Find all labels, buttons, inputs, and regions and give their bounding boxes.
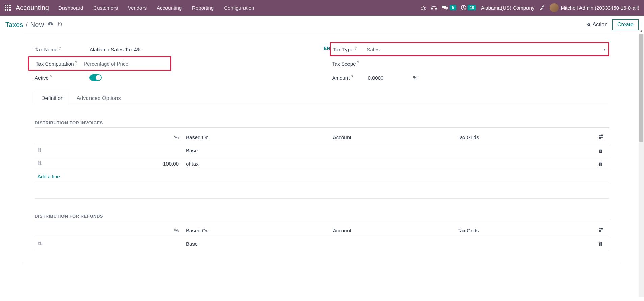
drag-handle-icon[interactable]: ⇅: [37, 147, 42, 153]
field-tax-scope: Tax Scope?: [332, 56, 610, 71]
delete-row-icon[interactable]: 🗑: [598, 161, 603, 167]
apps-grid-icon: [5, 5, 11, 11]
breadcrumb-current: New: [30, 21, 44, 29]
tax-computation-label: Tax Computation?: [36, 61, 84, 67]
cell-grids[interactable]: [455, 237, 596, 250]
tax-type-label: Tax Type?: [333, 47, 367, 52]
cell-account[interactable]: [330, 237, 455, 250]
gear-icon: [585, 22, 591, 27]
svg-line-13: [421, 9, 422, 9]
cell-pct[interactable]: [48, 144, 183, 157]
action-menu[interactable]: Action: [585, 22, 608, 28]
action-label: Action: [593, 22, 608, 28]
tabs: Definition Advanced Options: [35, 92, 609, 105]
svg-point-19: [601, 135, 603, 136]
messages-count: 5: [450, 5, 456, 10]
add-line-link[interactable]: Add a line: [35, 170, 609, 183]
clock-icon: [461, 5, 466, 10]
columns-options-icon[interactable]: [598, 228, 604, 233]
cell-based[interactable]: Base: [183, 144, 330, 157]
scrollbar-thumb[interactable]: [639, 34, 643, 142]
user-name: Mitchell Admin (20333450-16-0-all): [561, 5, 639, 11]
th-grids: Tax Grids: [455, 131, 596, 144]
table-row[interactable]: ⇅ Base 🗑: [35, 144, 609, 157]
support-icon[interactable]: [431, 5, 437, 10]
debug-icon[interactable]: [421, 5, 426, 10]
tab-advanced[interactable]: Advanced Options: [70, 92, 127, 105]
th-pct: %: [48, 224, 183, 237]
svg-point-23: [601, 228, 603, 229]
cell-account[interactable]: [330, 144, 455, 157]
columns-options-icon[interactable]: [598, 134, 604, 140]
discard-icon[interactable]: [57, 22, 63, 28]
tax-type-select[interactable]: [367, 47, 603, 52]
cell-grids[interactable]: [455, 157, 596, 170]
apps-launcher[interactable]: [0, 0, 16, 16]
svg-rect-8: [9, 9, 11, 11]
create-button[interactable]: Create: [612, 19, 639, 30]
avatar: [550, 3, 559, 12]
tax-computation-select[interactable]: [84, 61, 170, 67]
tax-name-input[interactable]: [89, 47, 312, 52]
add-line-row[interactable]: Add a line: [35, 170, 609, 183]
th-account: Account: [330, 224, 455, 237]
field-active: Active?: [35, 71, 312, 85]
scrollbar[interactable]: ▲: [639, 34, 644, 278]
cell-pct[interactable]: 100.00: [48, 157, 183, 170]
th-pct: %: [48, 131, 183, 144]
refunds-table: % Based On Account Tax Grids: [35, 224, 609, 250]
user-menu[interactable]: Mitchell Admin (20333450-16-0-all): [550, 3, 641, 12]
actions-right: Action Create: [585, 19, 639, 30]
nav-configuration[interactable]: Configuration: [219, 5, 259, 11]
breadcrumb-bar: Taxes / New Action Create: [0, 16, 644, 34]
cell-account[interactable]: [330, 157, 455, 170]
tax-scope-label: Tax Scope?: [332, 61, 368, 67]
tax-scope-select[interactable]: [368, 61, 610, 67]
activities-count: 48: [468, 5, 476, 10]
tab-definition[interactable]: Definition: [35, 92, 70, 105]
svg-line-11: [421, 8, 422, 8]
form-left: Tax Name? Tax Computation?: [35, 42, 312, 85]
svg-point-16: [435, 8, 437, 9]
th-account: Account: [330, 131, 455, 144]
cell-grids[interactable]: [455, 144, 596, 157]
nav-vendors[interactable]: Vendors: [123, 5, 151, 11]
nav-customers[interactable]: Customers: [88, 5, 123, 11]
field-tax-name: Tax Name?: [35, 42, 312, 56]
delete-row-icon[interactable]: 🗑: [598, 148, 603, 153]
table-row[interactable]: ⇅ Base 🗑: [35, 237, 609, 250]
cell-based[interactable]: of tax: [183, 157, 330, 170]
cell-based[interactable]: Base: [183, 237, 330, 250]
field-tax-computation: Tax Computation?: [28, 56, 171, 71]
breadcrumb-sep: /: [26, 21, 28, 29]
svg-rect-2: [9, 5, 11, 6]
drag-handle-icon[interactable]: ⇅: [37, 160, 42, 166]
svg-rect-4: [7, 7, 8, 8]
table-row[interactable]: ⇅ 100.00 of tax 🗑: [35, 157, 609, 170]
amount-input[interactable]: [368, 75, 405, 81]
activities-badge[interactable]: 48: [461, 5, 476, 10]
chevron-down-icon: ▼: [603, 48, 608, 51]
svg-point-25: [599, 230, 601, 232]
svg-rect-1: [7, 5, 8, 6]
active-toggle[interactable]: [89, 74, 102, 81]
company-switcher[interactable]: Alabama(US) Company: [481, 5, 534, 11]
breadcrumb: Taxes / New: [5, 21, 44, 29]
cell-pct[interactable]: [48, 237, 183, 250]
module-brand[interactable]: Accounting: [16, 4, 54, 12]
svg-rect-5: [9, 7, 11, 8]
nav-reporting[interactable]: Reporting: [187, 5, 218, 11]
scroll-up-icon[interactable]: ▲: [640, 29, 643, 33]
cloud-save-icon[interactable]: [47, 22, 53, 28]
th-grids: Tax Grids: [455, 224, 596, 237]
breadcrumb-root[interactable]: Taxes: [5, 21, 23, 29]
tools-icon[interactable]: [539, 5, 545, 11]
form-right: Tax Type? ▼ Tax Scope?: [332, 42, 610, 85]
nav-right: 5 48 Alabama(US) Company Mitchell Admin …: [421, 3, 641, 12]
drag-handle-icon[interactable]: ⇅: [37, 241, 42, 246]
section-refunds-title: DISTRIBUTION FOR REFUNDS: [35, 214, 609, 221]
nav-dashboard[interactable]: Dashboard: [54, 5, 88, 11]
nav-accounting[interactable]: Accounting: [152, 5, 186, 11]
delete-row-icon[interactable]: 🗑: [598, 241, 603, 247]
messaging-badge[interactable]: 5: [442, 5, 456, 10]
